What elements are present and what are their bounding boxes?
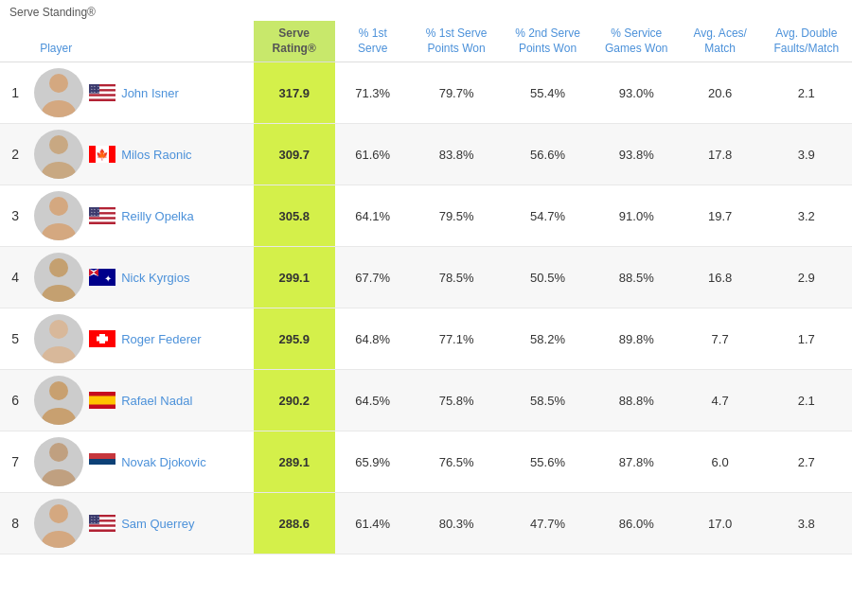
player-cell: ★★★★★★★★★ Sam Querrey [30,493,254,554]
rating-cell: 317.9 [254,62,335,124]
pct1st-cell: 61.4% [335,493,411,554]
col-avgaces: Avg. Aces/Match [680,21,761,62]
pctservice-cell: 93.0% [594,62,680,124]
svg-rect-23 [89,146,96,163]
svg-point-63 [49,443,68,462]
rank-cell: 4 [0,247,30,308]
avgdf-cell: 3.2 [761,185,853,247]
rating-cell: 299.1 [254,247,335,308]
pct2ndwon-cell: 55.4% [502,62,593,124]
svg-point-55 [42,346,76,363]
avgaces-cell: 4.7 [680,370,761,431]
pct1stwon-cell: 76.5% [411,431,502,493]
table-row: 4 ✦ Nick Kyrgios 299.1 67.7% 78.5% 50.5%… [0,247,852,308]
svg-rect-77 [89,530,115,533]
rating-cell: 289.1 [254,431,335,493]
pct1st-cell: 64.8% [335,308,411,370]
pctservice-cell: 91.0% [594,185,680,247]
flag-icon: ★★★★★★★★★ [89,84,115,101]
col-pct1st: % 1stServe [335,21,411,62]
svg-point-1 [42,100,76,117]
table-row: 8 ★★★★★★★★★ Sam Querrey 288.6 61.4% 80.3… [0,493,852,554]
avatar [34,499,83,548]
avatar [34,130,83,179]
pct1stwon-cell: 75.8% [411,370,502,431]
svg-text:🍁: 🍁 [96,148,109,161]
pct2ndwon-cell: 54.7% [502,185,593,247]
avgaces-cell: 7.7 [680,308,761,370]
pct2ndwon-cell: 55.6% [502,431,593,493]
player-name[interactable]: Novak Djokovic [121,455,206,469]
avgaces-cell: 20.6 [680,62,761,124]
avgdf-cell: 2.1 [761,62,853,124]
pct1stwon-cell: 77.1% [411,308,502,370]
table-header: Player ServeRating® % 1stServe % 1st Ser… [0,21,852,62]
avgdf-cell: 2.7 [761,431,853,493]
player-name[interactable]: Milos Raonic [121,148,191,162]
player-name[interactable]: Nick Kyrgios [121,271,189,285]
svg-point-27 [42,223,76,240]
table-title: Serve Standing® [0,0,852,21]
player-name[interactable]: Reilly Opelka [121,209,194,223]
avgaces-cell: 19.7 [680,185,761,247]
rating-cell: 305.8 [254,185,335,247]
svg-rect-76 [89,527,115,530]
table-row: 5 Roger Federer 295.9 64.8% 77.1% 58.2% … [0,308,852,370]
avatar [34,314,83,363]
player-name[interactable]: Sam Querrey [121,517,194,531]
avgaces-cell: 6.0 [680,431,761,493]
flag-icon: ★★★★★★★★★ [89,207,115,224]
svg-rect-67 [89,459,115,465]
avatar [34,68,83,117]
col-pctservice: % ServiceGames Won [594,21,680,62]
pct1stwon-cell: 79.5% [411,185,502,247]
avgdf-cell: 2.9 [761,247,853,308]
avgaces-cell: 17.0 [680,493,761,554]
avgdf-cell: 2.1 [761,370,853,431]
svg-point-59 [49,381,68,400]
flag-icon: ★★★★★★★★★ [89,515,115,532]
col-rating[interactable]: ServeRating® [254,21,335,62]
avatar [34,437,83,486]
pct2ndwon-cell: 56.6% [502,124,593,185]
rating-cell: 295.9 [254,308,335,370]
flag-icon: 🍁 [89,146,115,163]
svg-point-20 [49,135,68,154]
table-row: 7 Novak Djokovic 289.1 65.9% 76.5% 55.6%… [0,431,852,493]
pct1stwon-cell: 80.3% [411,493,502,554]
svg-rect-24 [109,146,115,163]
pctservice-cell: 89.8% [594,308,680,370]
svg-point-54 [49,320,68,339]
avgaces-cell: 16.8 [680,247,761,308]
pctservice-cell: 88.5% [594,247,680,308]
svg-rect-58 [97,337,108,342]
pct2ndwon-cell: 50.5% [502,247,593,308]
pct1stwon-cell: 79.7% [411,62,502,124]
rank-cell: 5 [0,308,30,370]
rank-cell: 8 [0,493,30,554]
avatar [34,191,83,240]
player-cell: Novak Djokovic [30,431,254,493]
avatar [34,253,83,302]
flag-icon [89,330,115,347]
flag-icon [89,392,115,409]
player-name[interactable]: Roger Federer [121,332,202,346]
pct2ndwon-cell: 47.7% [502,493,593,554]
svg-point-26 [49,197,68,216]
pctservice-cell: 86.0% [594,493,680,554]
pct2ndwon-cell: 58.5% [502,370,593,431]
pctservice-cell: 93.8% [594,124,680,185]
rank-cell: 1 [0,62,30,124]
player-name[interactable]: John Isner [121,86,179,100]
svg-rect-7 [89,94,115,97]
pct1st-cell: 64.5% [335,370,411,431]
col-pct2ndwon: % 2nd ServePoints Won [502,21,593,62]
player-cell: Rafael Nadal [30,370,254,431]
player-cell: ★★★★★★★★★ John Isner [30,62,254,124]
avgdf-cell: 3.8 [761,493,853,554]
svg-rect-66 [89,453,115,459]
rank-cell: 6 [0,370,30,431]
col-avgdf: Avg. DoubleFaults/Match [761,21,853,62]
player-name[interactable]: Rafael Nadal [121,394,192,408]
rank-cell: 2 [0,124,30,185]
